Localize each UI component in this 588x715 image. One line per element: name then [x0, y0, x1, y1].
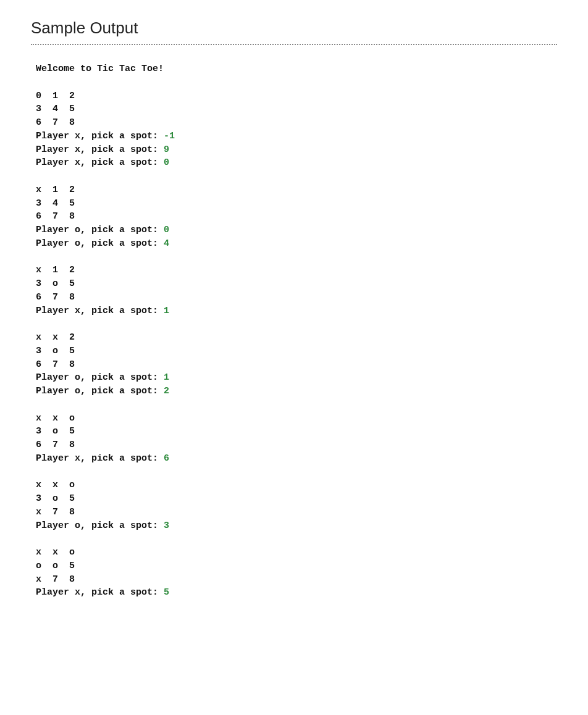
heading-divider	[31, 44, 557, 45]
user-input: 0	[164, 225, 169, 235]
user-input: 5	[164, 587, 169, 598]
user-input: 9	[164, 144, 169, 155]
sample-output-block: Welcome to Tic Tac Toe! 0 1 2 3 4 5 6 7 …	[31, 62, 557, 600]
user-input: 6	[164, 453, 169, 464]
user-input: 0	[164, 157, 169, 168]
user-input: 1	[164, 372, 169, 383]
user-input: 3	[164, 521, 169, 531]
user-input: 1	[164, 306, 169, 316]
user-input: 2	[164, 386, 169, 396]
user-input: 4	[164, 238, 169, 249]
section-heading: Sample Output	[31, 19, 557, 38]
user-input: -1	[164, 131, 175, 141]
